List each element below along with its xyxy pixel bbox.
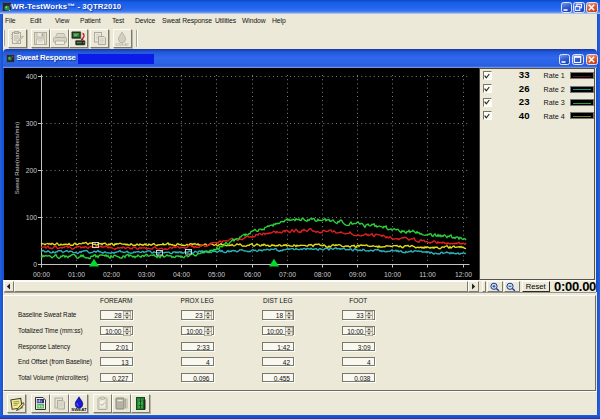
svg-text:300: 300 [26, 120, 38, 127]
svg-text:00:00: 00:00 [33, 271, 50, 278]
svg-text:SWEAT: SWEAT [115, 42, 129, 47]
svg-text:07:00: 07:00 [279, 271, 296, 278]
svg-text:400: 400 [26, 73, 38, 80]
svg-text:10:00: 10:00 [384, 271, 401, 278]
svg-text:06:00: 06:00 [244, 271, 261, 278]
svg-text:02:00: 02:00 [103, 271, 120, 278]
svg-text:12:00: 12:00 [455, 271, 472, 278]
svg-text:11:00: 11:00 [419, 271, 436, 278]
svg-text:09:00: 09:00 [349, 271, 366, 278]
svg-text:Sweat Rate(nanoliters/min): Sweat Rate(nanoliters/min) [14, 122, 20, 194]
svg-text:08:00: 08:00 [314, 271, 331, 278]
svg-text:SWEAT: SWEAT [71, 407, 87, 412]
svg-text:04:00: 04:00 [173, 271, 190, 278]
svg-text:05:00: 05:00 [208, 271, 225, 278]
svg-text:01:00: 01:00 [68, 271, 85, 278]
svg-text:0: 0 [33, 261, 37, 268]
svg-text:200: 200 [26, 167, 38, 174]
svg-text:100: 100 [26, 214, 38, 221]
svg-text:03:00: 03:00 [138, 271, 155, 278]
